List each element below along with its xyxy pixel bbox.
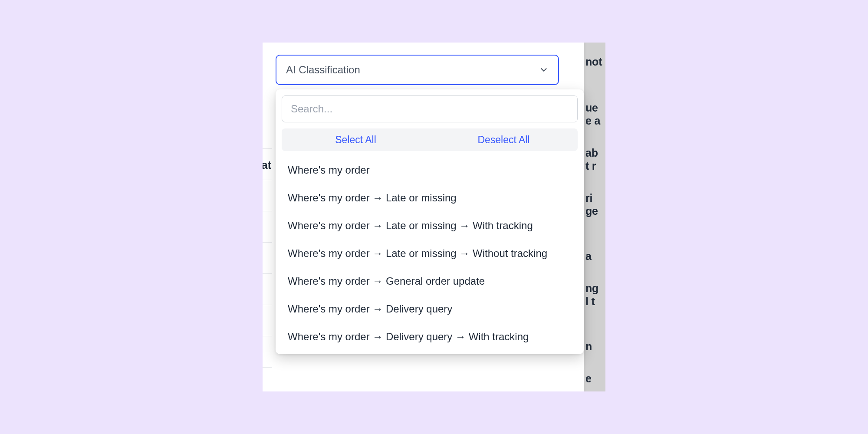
background-row-divider [263,211,272,242]
background-text-fragment: l t [585,295,595,308]
background-row-divider [263,148,272,180]
option-item[interactable]: Where's my order → Late or missing [282,184,578,212]
background-row-divider [263,305,272,336]
background-left-fragments: at [263,43,272,391]
option-item[interactable]: Where's my order → Delivery query [282,295,578,323]
bulk-select-row: Select All Deselect All [282,128,578,151]
deselect-all-button[interactable]: Deselect All [430,128,578,151]
cropped-viewport: at notuee aabt rrigeangl tne AI Classifi… [263,43,605,391]
chevron-down-icon [539,65,549,75]
option-item[interactable]: Where's my order → Late or missing → Wit… [282,212,578,240]
background-label-fragment: at [263,159,271,171]
background-text-fragment: ue [585,102,598,114]
background-text-fragment: e [585,372,592,385]
background-row-divider [263,242,272,273]
options-list: Where's my orderWhere's my order → Late … [282,156,578,351]
search-input[interactable] [282,95,578,122]
classification-select[interactable]: AI Classification [276,55,559,85]
classification-dropdown: Select All Deselect All Where's my order… [276,89,584,354]
background-row-divider [263,367,272,391]
background-text-fragment: n [585,340,592,353]
background-text-fragment: a [585,250,592,263]
background-text-fragment: not [585,56,602,68]
option-item[interactable]: Where's my order → Late or missing → Wit… [282,240,578,267]
classification-select-label: AI Classification [286,64,360,76]
select-all-button[interactable]: Select All [282,128,430,151]
background-text-fragment: ri [585,192,592,204]
background-text-fragment: e a [585,115,600,127]
background-text-fragment: ng [585,282,598,295]
background-text-fragment: t r [585,160,596,172]
option-item[interactable]: Where's my order [282,156,578,184]
background-text-fragment: ab [585,147,598,159]
background-row-divider [263,336,272,367]
background-right-fragments: notuee aabt rrigeangl tne [584,43,605,391]
background-text-fragment: ge [585,205,598,217]
background-row-divider [263,273,272,305]
option-item[interactable]: Where's my order → General order update [282,267,578,295]
background-row-divider [263,180,272,211]
option-item[interactable]: Where's my order → Delivery query → With… [282,323,578,351]
